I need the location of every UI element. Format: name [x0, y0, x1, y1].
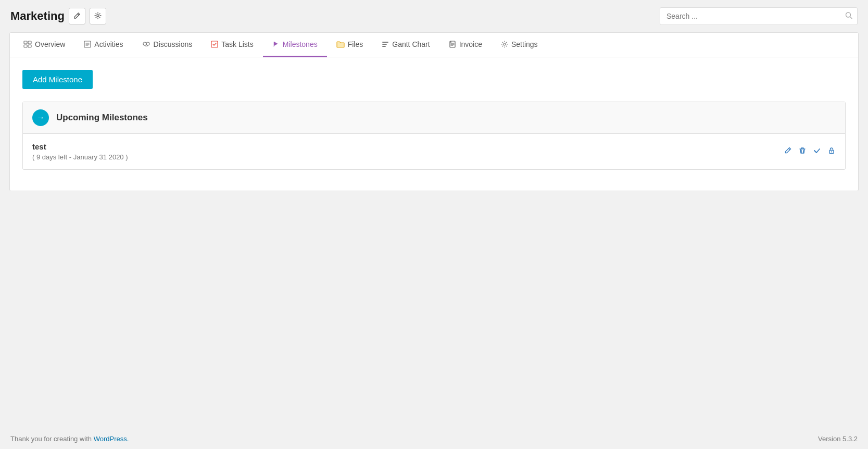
- svg-rect-9: [211, 41, 218, 47]
- tab-files-label: Files: [348, 40, 363, 48]
- footer-version: Version 5.3.2: [818, 435, 858, 443]
- svg-rect-5: [28, 45, 31, 47]
- top-bar: Marketing: [0, 0, 868, 32]
- milestones-section: → Upcoming Milestones test ( 9 days left…: [22, 102, 846, 170]
- milestone-date: ( 9 days left - January 31 2020 ): [32, 153, 128, 161]
- search-wrapper: [660, 7, 858, 25]
- tab-task-lists[interactable]: Task Lists: [202, 33, 262, 57]
- task-lists-icon: [211, 41, 218, 48]
- add-milestone-button[interactable]: Add Milestone: [22, 70, 93, 89]
- edit-button[interactable]: [69, 8, 85, 24]
- tab-milestones-label: Milestones: [283, 40, 318, 48]
- footer: Thank you for creating with WordPress. V…: [0, 429, 868, 449]
- discussions-icon: [142, 41, 150, 48]
- tab-invoice[interactable]: Invoice: [439, 33, 492, 57]
- activities-icon: [84, 41, 91, 48]
- footer-thank-you-text: Thank you for creating with: [10, 435, 94, 443]
- tab-task-lists-label: Task Lists: [221, 40, 253, 48]
- tab-gantt-chart-label: Gantt Chart: [392, 40, 430, 48]
- arrow-right-icon: →: [36, 113, 45, 122]
- svg-rect-3: [28, 41, 31, 44]
- tab-milestones[interactable]: Milestones: [263, 33, 327, 57]
- files-icon: [336, 41, 345, 48]
- overview-icon: [23, 41, 32, 48]
- milestone-name: test: [32, 142, 128, 151]
- milestone-actions: [784, 146, 836, 157]
- tab-discussions-label: Discussions: [154, 40, 193, 48]
- complete-milestone-icon[interactable]: [813, 146, 821, 157]
- gear-icon: [94, 12, 102, 21]
- edit-icon: [73, 12, 81, 21]
- tab-invoice-label: Invoice: [459, 40, 482, 48]
- milestone-info: test ( 9 days left - January 31 2020 ): [32, 142, 128, 161]
- milestones-header: → Upcoming Milestones: [23, 102, 845, 134]
- search-input[interactable]: [660, 7, 858, 25]
- svg-point-0: [97, 15, 99, 17]
- top-bar-left: Marketing: [10, 8, 106, 24]
- svg-point-12: [504, 43, 506, 45]
- gantt-chart-icon: [382, 41, 389, 48]
- invoice-icon: [449, 41, 456, 48]
- tab-activities-label: Activities: [94, 40, 123, 48]
- milestones-header-icon: →: [32, 109, 49, 126]
- delete-milestone-icon[interactable]: [798, 146, 807, 157]
- main-card: Overview Activities Discussions: [9, 32, 859, 191]
- tab-gantt-chart[interactable]: Gantt Chart: [372, 33, 439, 57]
- tab-overview-label: Overview: [35, 40, 65, 48]
- svg-point-8: [146, 42, 149, 45]
- tab-settings-label: Settings: [511, 40, 538, 48]
- tab-settings-icon: [501, 41, 508, 48]
- lock-milestone-icon[interactable]: [827, 146, 836, 157]
- tabs-nav: Overview Activities Discussions: [10, 33, 858, 57]
- tab-activities[interactable]: Activities: [74, 33, 132, 57]
- wordpress-link[interactable]: WordPress.: [94, 435, 129, 443]
- svg-point-7: [143, 42, 146, 45]
- milestones-icon: [272, 41, 280, 48]
- svg-rect-11: [450, 41, 451, 43]
- milestone-item: test ( 9 days left - January 31 2020 ): [23, 134, 845, 169]
- page-title: Marketing: [10, 9, 65, 23]
- tab-files[interactable]: Files: [327, 33, 373, 57]
- edit-milestone-icon[interactable]: [784, 146, 792, 157]
- svg-point-14: [831, 152, 832, 153]
- content-area: Add Milestone → Upcoming Milestones test…: [10, 57, 858, 191]
- tab-overview[interactable]: Overview: [14, 33, 74, 57]
- svg-rect-2: [24, 41, 27, 44]
- tab-discussions[interactable]: Discussions: [133, 33, 202, 57]
- svg-rect-4: [24, 45, 27, 47]
- footer-credit: Thank you for creating with WordPress.: [10, 435, 129, 443]
- gear-button[interactable]: [90, 8, 106, 24]
- tab-settings[interactable]: Settings: [492, 33, 547, 57]
- milestones-header-title: Upcoming Milestones: [56, 113, 148, 123]
